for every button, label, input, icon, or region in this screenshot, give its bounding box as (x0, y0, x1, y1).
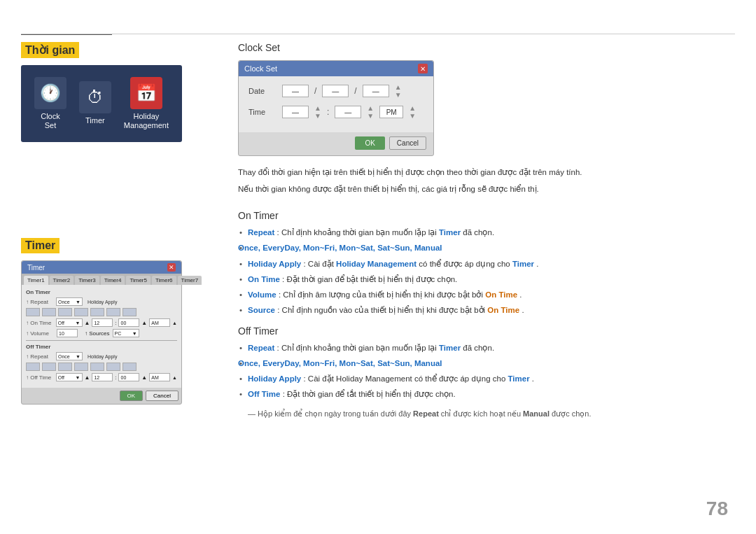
page-number: 78 (706, 498, 728, 520)
off-timer-bullet-holiday: Holiday Apply : Cài đặt Holiday Manageme… (238, 373, 735, 385)
sources-label: ↑ Sources (85, 330, 110, 337)
clockset-ok-button[interactable]: OK (355, 136, 384, 150)
clockset-close-btn[interactable]: ✕ (418, 64, 428, 73)
date-field-3[interactable]: — (363, 85, 389, 97)
timer-cancel-button[interactable]: Cancel (146, 391, 178, 401)
clock-desc-1: Thay đổi thời gian hiện tại trên thiết b… (238, 166, 735, 180)
off-day-box-2[interactable] (42, 363, 56, 371)
on-timer-bullet-source: Source : Chỉ định nguồn vào của thiết bị… (238, 304, 735, 316)
volume-end: . (519, 290, 522, 299)
time-ampm[interactable]: PM (379, 106, 403, 118)
timer-link-2: Timer (512, 260, 534, 268)
day-box-3[interactable] (58, 308, 72, 316)
timer-tab-3[interactable]: Timer3 (75, 276, 99, 285)
repeat-link: Repeat (248, 228, 274, 237)
holiday-label: HolidayManagement (124, 112, 169, 130)
off-time-sep: ▲ (85, 374, 90, 381)
clockset-titlebar: Clock Set ✕ (239, 61, 433, 76)
timer-tab-5[interactable]: Timer5 (126, 276, 150, 285)
ampm-value: PM (386, 108, 397, 116)
on-timer-vol-sources-row: ↑ Volume 10 ↑ Sources PC ▼ (26, 329, 177, 337)
time-field-hour[interactable]: — (282, 106, 309, 118)
timer-tab-4[interactable]: Timer4 (101, 276, 125, 285)
timer-dialog-title-text: Timer (27, 264, 45, 272)
timer-ok-button[interactable]: OK (120, 391, 144, 401)
on-time-ampm[interactable]: AM (149, 318, 170, 327)
source-end: . (522, 306, 524, 314)
off-day-box-3[interactable] (58, 363, 72, 371)
holiday-apply-period: . (536, 260, 538, 268)
source-link: Source (248, 306, 275, 314)
holiday-apply-end: có thể được áp dụng cho (419, 260, 512, 268)
clock-desc-2: Nếu thời gian không được đặt trên thiết … (238, 183, 735, 197)
clockset-buttons: OK Cancel (239, 132, 433, 155)
off-repeat-dropdown[interactable]: Once ▼ (56, 352, 83, 360)
date-field-1[interactable]: — (282, 85, 309, 97)
on-time-min[interactable]: 00 (118, 318, 139, 327)
off-day-box-7[interactable] (122, 363, 136, 371)
off-repeat-label: ↑ Repeat (26, 353, 54, 360)
on-timer-heading: On Timer (238, 210, 735, 221)
clockset-cancel-button[interactable]: Cancel (389, 136, 426, 150)
menu-item-holiday[interactable]: 📅 HolidayManagement (124, 77, 169, 130)
on-timer-bullet-repeat: Repeat : Chỉ định khoảng thời gian bạn m… (238, 227, 735, 239)
off-time-hour[interactable]: 12 (92, 373, 113, 381)
clock-set-label: ClockSet (41, 112, 60, 130)
on-repeat-label: ↑ Repeat (26, 299, 54, 305)
menu-item-timer[interactable]: ⏱ Timer (79, 81, 111, 125)
timer-tab-2[interactable]: Timer2 (50, 276, 74, 285)
day-box-1[interactable] (26, 308, 40, 316)
repeat-end: đã chọn. (463, 228, 494, 237)
timer-tabs: Timer1 Timer2 Timer3 Timer4 Timer5 Timer… (22, 274, 181, 285)
off-day-box-1[interactable] (26, 363, 40, 371)
day-box-6[interactable] (106, 308, 120, 316)
off-holiday-apply-link: Holiday Apply (248, 374, 301, 383)
timer-section-left: Timer Timer ✕ Timer1 Timer2 Timer3 Timer… (21, 238, 210, 405)
time-field-min[interactable]: — (335, 106, 361, 118)
vol-value[interactable]: 10 (57, 329, 78, 337)
day-box-7[interactable] (122, 308, 136, 316)
timer-sep (26, 340, 177, 341)
menu-item-clockset[interactable]: 🕐 ClockSet (34, 77, 66, 130)
ampm-up: ▲▼ (409, 104, 416, 120)
on-time-onoff-dropdown[interactable]: Off ▼ (56, 318, 83, 327)
day-box-5[interactable] (90, 308, 104, 316)
on-time-ampm-label: ▲ (141, 320, 147, 326)
off-time-min[interactable]: 00 (118, 373, 139, 381)
off-time-onoff-dropdown[interactable]: Off ▼ (56, 373, 83, 381)
vol-label: ↑ Volume (26, 330, 54, 337)
off-repeat-arrow: ▼ (76, 354, 80, 359)
off-day-box-5[interactable] (90, 363, 104, 371)
timer-tab-7[interactable]: Timer7 (178, 276, 202, 285)
timer-tab-1[interactable]: Timer1 (24, 276, 48, 285)
on-time-desc: : Đặt thời gian để bật thiết bị hiển thị… (282, 275, 457, 283)
off-day-box-4[interactable] (74, 363, 88, 371)
day-box-2[interactable] (42, 308, 56, 316)
on-timer-bullet-options: Once, EveryDay, Mon~Fri, Mon~Sat, Sat~Su… (238, 242, 735, 254)
holiday-mgmt-link: Holiday Management (336, 260, 416, 268)
on-time-link: On Time (248, 275, 280, 283)
off-time-ampm-arrow: ▲ (172, 375, 177, 380)
off-repeat-desc: : Chỉ định khoảng thời gian bạn muốn lặp… (277, 344, 439, 352)
timer-dialog-titlebar: Timer ✕ (22, 261, 181, 274)
sources-dropdown[interactable]: PC ▼ (113, 329, 139, 337)
off-time-ampm[interactable]: AM (149, 373, 170, 381)
clockset-dialog: Clock Set ✕ Date — / — / — ▲▼ Time — ▲▼ … (238, 60, 434, 156)
date-field-2[interactable]: — (322, 85, 349, 97)
day-box-4[interactable] (74, 308, 88, 316)
timer-tab-6[interactable]: Timer6 (152, 276, 176, 285)
time-up-2: ▲▼ (367, 104, 374, 120)
off-timer-link: Timer (439, 344, 461, 352)
on-repeat-dropdown[interactable]: Once ▼ (56, 297, 83, 306)
off-day-box-6[interactable] (106, 363, 120, 371)
left-column: Thời gian 🕐 ClockSet ⏱ Timer 📅 HolidayMa… (21, 42, 210, 142)
clockset-date-row: Date — / — / — ▲▼ (248, 83, 424, 99)
on-timer-repeat-row: ↑ Repeat Once ▼ Holiday Apply (26, 297, 177, 306)
timer-link-1: Timer (439, 228, 461, 237)
timer-dialog-close-btn[interactable]: ✕ (167, 263, 176, 272)
on-time-hour[interactable]: 12 (92, 318, 113, 327)
source-desc: : Chỉ định nguồn vào của thiết bị hiển t… (277, 306, 487, 314)
off-time-label: ↑ Off Time (26, 374, 54, 381)
off-timer-link-2: Timer (508, 374, 530, 383)
off-timer-heading: Off Timer (238, 325, 735, 337)
